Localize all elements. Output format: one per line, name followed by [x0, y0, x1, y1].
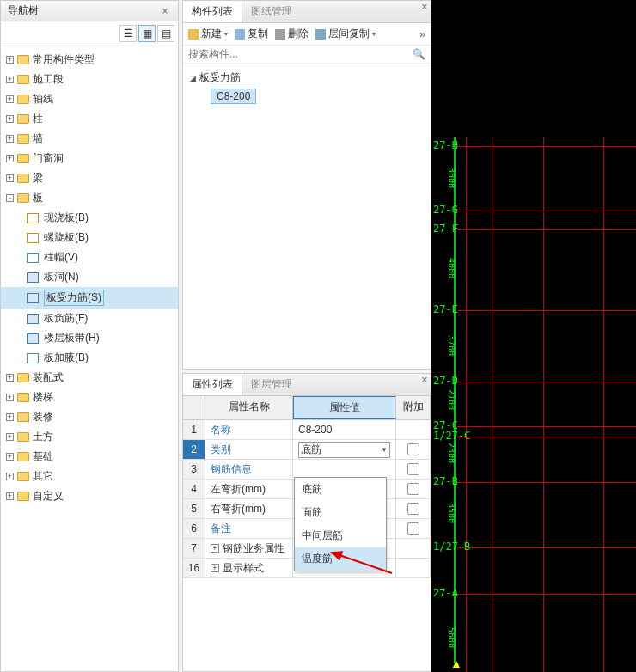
tree-item[interactable]: +装修 — [1, 407, 178, 427]
component-list[interactable]: ◢ 板受力筋 C8-200 — [183, 64, 431, 369]
prop-value[interactable]: 底筋▼ — [293, 440, 396, 459]
tree-toggle-icon[interactable]: + — [6, 95, 14, 103]
tree-sub-item[interactable]: 板负筋(F) — [1, 309, 178, 328]
grid-line — [457, 594, 636, 595]
extra-checkbox[interactable] — [407, 463, 419, 475]
item-type-icon — [27, 213, 39, 223]
category-combo[interactable]: 底筋▼ — [298, 442, 390, 458]
item-type-icon — [27, 233, 39, 243]
tab-property-list[interactable]: 属性列表 — [183, 374, 242, 395]
tree-sub-item[interactable]: 螺旋板(B) — [1, 228, 178, 247]
tree-toggle-icon[interactable]: + — [6, 76, 14, 83]
list-small-icon[interactable]: ☰ — [119, 25, 137, 42]
tree-item[interactable]: +门窗洞 — [1, 149, 178, 168]
extra-checkbox[interactable] — [407, 522, 419, 535]
tree-sub-label: 柱帽(V) — [44, 250, 78, 265]
property-row[interactable]: 1名称C8-200 — [183, 420, 431, 440]
extra-checkbox[interactable] — [407, 483, 419, 495]
row-toggle-icon[interactable]: + — [211, 564, 219, 572]
tree-item[interactable]: +基础 — [1, 447, 178, 467]
drawing-viewport[interactable]: ▲ 27-H27-G27-F27-E27-D27-C1/27-C27-B1/27… — [431, 0, 636, 672]
tree-item[interactable]: -板 — [1, 188, 178, 208]
tree-sub-label: 板加腋(B) — [44, 351, 89, 365]
tree-sub-item[interactable]: 板加腋(B) — [1, 348, 178, 368]
tree-item-label: 土方 — [33, 430, 53, 444]
prop-name: 备注 — [205, 519, 293, 538]
tree-item[interactable]: +梁 — [1, 168, 178, 188]
tree-sub-label: 现浇板(B) — [44, 211, 89, 225]
folder-icon — [17, 75, 29, 84]
tree-toggle-icon[interactable]: - — [6, 194, 14, 202]
tree-sub-item[interactable]: 现浇板(B) — [1, 208, 178, 228]
nav-title: 导航树 — [8, 3, 39, 18]
prop-close-icon[interactable]: × — [419, 374, 431, 386]
layer-copy-button[interactable]: 层间复制▾ — [315, 27, 376, 41]
tree-toggle-icon[interactable]: + — [6, 56, 14, 64]
list-detail-icon[interactable]: ▤ — [157, 25, 174, 42]
tree-item[interactable]: +其它 — [1, 467, 178, 486]
tree-item[interactable]: +装配式 — [1, 368, 178, 388]
tab-component-list[interactable]: 构件列表 — [183, 1, 242, 22]
tree-sub-item[interactable]: 楼层板带(H) — [1, 328, 178, 348]
tree-toggle-icon[interactable]: + — [6, 492, 14, 500]
tree-toggle-icon[interactable]: + — [6, 135, 14, 143]
tree-item[interactable]: +常用构件类型 — [1, 50, 178, 70]
tree-item[interactable]: +墙 — [1, 129, 178, 149]
tab-drawing-mgmt[interactable]: 图纸管理 — [242, 1, 301, 22]
extra-checkbox[interactable] — [407, 503, 419, 515]
comp-close-icon[interactable]: × — [419, 1, 431, 13]
nav-tree[interactable]: +常用构件类型+施工段+轴线+柱+墙+门窗洞+梁-板现浇板(B)螺旋板(B)柱帽… — [1, 46, 178, 671]
category-dropdown[interactable]: 底筋面筋中间层筋温度筋 — [294, 477, 387, 571]
row-toggle-icon[interactable]: + — [211, 544, 219, 553]
delete-button[interactable]: 删除 — [275, 27, 309, 41]
tree-toggle-icon[interactable]: + — [6, 115, 14, 123]
prop-value[interactable] — [293, 460, 396, 479]
tree-toggle-icon[interactable]: + — [6, 155, 14, 162]
tree-sub-label: 板负筋(F) — [44, 311, 88, 326]
tree-sub-item[interactable]: 板洞(N) — [1, 267, 178, 287]
dropdown-option[interactable]: 温度筋 — [295, 547, 386, 571]
component-root[interactable]: ◢ 板受力筋 — [190, 69, 424, 87]
nav-panel: 导航树 × ☰ ▦ ▤ +常用构件类型+施工段+轴线+柱+墙+门窗洞+梁-板现浇… — [0, 0, 179, 672]
tab-layer-mgmt[interactable]: 图层管理 — [242, 374, 301, 395]
tree-toggle-icon[interactable]: + — [6, 433, 14, 441]
toolbar-more-icon[interactable]: » — [419, 28, 425, 40]
tree-item[interactable]: +柱 — [1, 109, 178, 129]
nav-close-icon[interactable]: × — [159, 5, 171, 17]
tree-item[interactable]: +楼梯 — [1, 388, 178, 407]
new-button[interactable]: 新建▾ — [188, 27, 228, 41]
tree-sub-item[interactable]: 板受力筋(S) — [1, 287, 178, 309]
search-icon[interactable]: 🔍 — [413, 48, 425, 60]
tree-toggle-icon[interactable]: + — [6, 473, 14, 480]
prop-value[interactable]: C8-200 — [293, 420, 396, 439]
extra-checkbox[interactable] — [407, 443, 419, 455]
row-number: 7 — [183, 539, 205, 558]
list-large-icon[interactable]: ▦ — [138, 25, 156, 42]
tree-item[interactable]: +轴线 — [1, 89, 178, 109]
tree-toggle-icon[interactable]: + — [6, 413, 14, 421]
col-value[interactable]: 属性值 — [293, 396, 396, 419]
prop-extra — [396, 440, 431, 459]
tree-item-label: 墙 — [33, 131, 43, 146]
tree-sub-item[interactable]: 柱帽(V) — [1, 247, 178, 267]
tree-toggle-icon[interactable]: + — [6, 453, 14, 461]
property-body: 1名称C8-2002类别底筋▼3钢筋信息4左弯折(mm)5右弯折(mm)6备注7… — [183, 420, 431, 671]
tree-sub-label: 楼层板带(H) — [44, 331, 100, 345]
dropdown-option[interactable]: 底筋 — [295, 478, 386, 501]
tree-item[interactable]: +自定义 — [1, 486, 178, 506]
tree-toggle-icon[interactable]: + — [6, 174, 14, 182]
folder-icon — [17, 373, 29, 382]
component-item[interactable]: C8-200 — [211, 90, 424, 102]
component-toolbar: 新建▾ 复制 删除 层间复制▾ » — [183, 23, 431, 46]
dropdown-option[interactable]: 中间层筋 — [295, 524, 386, 547]
tree-toggle-icon[interactable]: + — [6, 394, 14, 401]
tree-item[interactable]: +施工段 — [1, 70, 178, 89]
item-type-icon — [27, 333, 39, 344]
search-input[interactable] — [188, 48, 413, 60]
dropdown-option[interactable]: 面筋 — [295, 501, 386, 524]
tree-toggle-icon[interactable]: + — [6, 374, 14, 382]
prop-name: 类别 — [205, 440, 293, 459]
property-row[interactable]: 2类别底筋▼ — [183, 440, 431, 460]
copy-button[interactable]: 复制 — [235, 27, 268, 41]
tree-item[interactable]: +土方 — [1, 427, 178, 447]
